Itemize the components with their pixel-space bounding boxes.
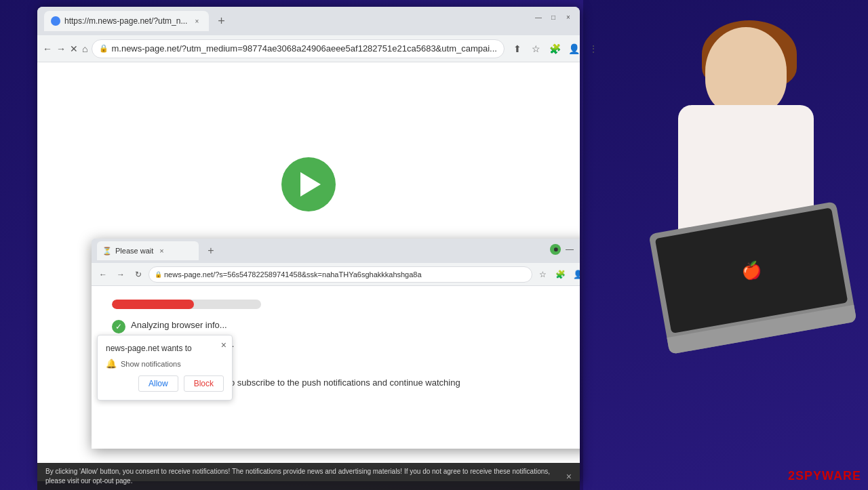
outer-maximize-button[interactable]: □ (549, 12, 558, 22)
notification-popup: × news-page.net wants to 🔔 Show notifica… (97, 335, 233, 401)
outer-browser-window: https://m.news-page.net/?utm_n... × + — … (37, 7, 580, 481)
notification-bell-text: Show notifications (121, 360, 181, 368)
inner-maximize-button[interactable]: □ (578, 245, 580, 254)
progress-bar-container (112, 300, 261, 309)
apple-logo-icon: 🍎 (740, 260, 763, 282)
outer-menu-button[interactable]: ⋮ (585, 40, 602, 58)
outer-reload-button[interactable]: ✕ (70, 40, 78, 58)
bottom-bar: By clicking 'Allow' button, you consent … (37, 463, 580, 490)
outer-browser-navbar: ← → ✕ ⌂ 🔒 m.news-page.net/?utm_medium=98… (37, 35, 580, 62)
notification-bell-row: 🔔 Show notifications (106, 359, 224, 369)
green-play-button (281, 157, 336, 211)
outer-back-button[interactable]: ← (43, 40, 52, 58)
inner-window-controls: ⏺ — □ × (550, 244, 580, 255)
tab-favicon-icon (51, 16, 60, 26)
inner-browser-titlebar: ⏳ Please wait × + ⏺ — □ × (92, 239, 580, 263)
outer-close-button[interactable]: × (564, 12, 573, 22)
outer-extensions-button[interactable]: 🧩 (547, 40, 564, 58)
inner-tab-close-button[interactable]: × (159, 247, 163, 255)
notification-close-button[interactable]: × (221, 340, 226, 350)
bottom-bar-close-button[interactable]: × (566, 471, 572, 482)
outer-window-controls: — □ × (534, 12, 573, 22)
inner-forward-button[interactable]: → (113, 267, 128, 282)
notification-buttons: Allow Block (106, 375, 224, 392)
list-item: ✓ Analyzing browser info... (112, 320, 580, 333)
play-icon (300, 172, 321, 197)
inner-record-button[interactable]: ⏺ (550, 244, 561, 255)
outer-address-bar[interactable]: 🔒 m.news-page.net/?utm_medium=98774ae306… (92, 39, 504, 58)
bell-icon: 🔔 (106, 359, 117, 369)
outer-lock-icon: 🔒 (99, 44, 108, 53)
outer-share-button[interactable]: ⬆ (509, 40, 526, 58)
outer-url-text: m.news-page.net/?utm_medium=98774ae3068a… (111, 43, 496, 54)
inner-profile-button[interactable]: 👤 (570, 267, 580, 282)
outer-minimize-button[interactable]: — (534, 12, 543, 22)
outer-new-tab-button[interactable]: + (212, 12, 231, 30)
inner-lock-icon: 🔒 (155, 271, 162, 278)
person-image: 🍎 (583, 0, 868, 490)
allow-button[interactable]: Allow (138, 375, 178, 392)
checklist-item-1-text: Analyzing browser info... (131, 320, 227, 330)
inner-address-bar[interactable]: 🔒 news-page.net/?s=56s547822589741458&ss… (149, 266, 532, 283)
outer-browser-titlebar: https://m.news-page.net/?utm_n... × + — … (37, 7, 580, 35)
notification-title: news-page.net wants to (106, 344, 224, 353)
inner-back-button[interactable]: ← (96, 267, 111, 282)
outer-nav-icons-right: ⬆ ☆ 🧩 👤 ⋮ (509, 40, 602, 58)
block-button[interactable]: Block (184, 375, 224, 392)
bottom-bar-text: By clicking 'Allow' button, you consent … (45, 467, 559, 486)
inner-tab-title: Please wait (115, 247, 153, 255)
progress-bar-fill (112, 300, 194, 309)
inner-browser-content: ✓ Analyzing browser info... ✓ Testing br… (92, 286, 580, 449)
outer-forward-button[interactable]: → (56, 40, 66, 58)
inner-tab-favicon-icon: ⏳ (102, 247, 112, 256)
outer-profile-button[interactable]: 👤 (566, 40, 583, 58)
inner-browser-window: ⏳ Please wait × + ⏺ — □ × ← → ↻ 🔒 (92, 239, 580, 449)
inner-browser-tab[interactable]: ⏳ Please wait × (97, 241, 199, 260)
outer-browser-tab[interactable]: https://m.news-page.net/?utm_n... × (44, 11, 209, 31)
outer-browser-content: ⏳ Please wait × + ⏺ — □ × ← → ↻ 🔒 (37, 62, 580, 481)
person-head (705, 27, 787, 115)
outer-bookmark-button[interactable]: ☆ (528, 40, 545, 58)
inner-reload-button[interactable]: ↻ (131, 267, 146, 282)
watermark: 2SPYWARE (788, 469, 861, 483)
check-green-icon: ✓ (112, 320, 125, 333)
inner-browser-navbar: ← → ↻ 🔒 news-page.net/?s=56s547822589741… (92, 263, 580, 286)
outer-tab-title: https://m.news-page.net/?utm_n... (64, 16, 187, 26)
outer-tab-close-button[interactable]: × (191, 16, 202, 26)
inner-new-tab-button[interactable]: + (201, 241, 220, 260)
outer-home-button[interactable]: ⌂ (82, 40, 87, 58)
inner-extensions-button[interactable]: 🧩 (553, 267, 568, 282)
content-top-area (37, 62, 580, 211)
inner-minimize-button[interactable]: — (565, 245, 574, 254)
inner-bookmark-button[interactable]: ☆ (535, 267, 550, 282)
inner-url-text: news-page.net/?s=56s547822589741458&ssk=… (164, 270, 526, 279)
